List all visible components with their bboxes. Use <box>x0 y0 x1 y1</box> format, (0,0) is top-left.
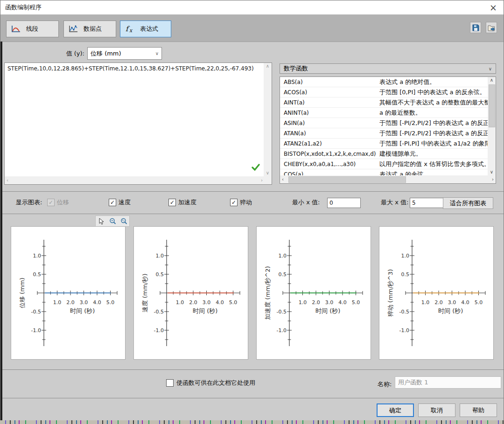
scroll-left-icon[interactable]: ‹ <box>7 177 8 184</box>
help-button[interactable]: 帮助 <box>460 403 497 417</box>
min-x-input[interactable] <box>327 198 361 208</box>
svg-text:0.5: 0.5 <box>401 271 410 278</box>
max-x-label: 最大 x 值: <box>381 198 408 207</box>
function-row[interactable]: ABS(a)表达式 a 的绝对值。 <box>280 77 488 87</box>
svg-text:猝动 (mm/秒^3): 猝动 (mm/秒^3) <box>387 269 394 317</box>
svg-text:1.0: 1.0 <box>401 253 410 259</box>
share-function-checkbox-row: ✓ 使函数可供在此文档它处使用 <box>166 379 255 387</box>
scroll-left-icon[interactable]: ‹ <box>282 176 284 183</box>
max-x-input[interactable] <box>410 198 443 208</box>
svg-text:-0.5: -0.5 <box>277 309 287 315</box>
toolbar-right-icons <box>470 22 497 33</box>
tab-label: 数据点 <box>84 25 102 33</box>
function-description: 于范围 [-PI/2,PI/2] 中的表达式 a 的反正切。 <box>379 129 488 138</box>
function-list-horizontal-scrollbar[interactable]: ‹ › <box>280 175 496 183</box>
checkbox-acceleration: ✓ 加速度 <box>168 198 196 207</box>
checkbox-icon[interactable]: ✓ <box>230 199 238 206</box>
svg-text:3.0: 3.0 <box>325 299 334 306</box>
function-description: 于范围 [0,PI] 中的表达式 a 的反余弦。 <box>379 88 488 97</box>
function-name: ATAN2(a1,a2) <box>280 140 379 147</box>
svg-text:1.0: 1.0 <box>421 299 430 306</box>
function-row[interactable]: BISTOP(x,xdot,x1,x2,k,e,cmax,d)建模缝隙单元。 <box>280 149 488 159</box>
checkbox-icon[interactable]: ✓ <box>109 199 116 206</box>
svg-text:1.0: 1.0 <box>156 253 164 259</box>
tab-label: 表达式 <box>140 25 158 33</box>
expression-input[interactable]: STEP(Time,10,0,12,28.865)+STEP(Time,12.1… <box>5 63 263 176</box>
svg-text:2.0: 2.0 <box>66 299 75 306</box>
function-description: 表达式 a 的余弦。 <box>379 170 488 176</box>
svg-text:-0.5: -0.5 <box>154 309 164 315</box>
svg-text:位移 (mm): 位移 (mm) <box>19 278 26 308</box>
svg-text:2.0: 2.0 <box>312 299 320 306</box>
function-builder-dialog: 函数编制程序 × 线段 数据点 fx 表达式 <box>0 0 504 424</box>
svg-text:5.0: 5.0 <box>229 299 238 306</box>
tab-expression[interactable]: fx 表达式 <box>120 21 171 37</box>
svg-text:时间 (秒): 时间 (秒) <box>70 307 95 314</box>
function-row[interactable]: CHEBY(x,x0,a0,a1,...,a30)以用户指定的值 x 估算切比雪… <box>280 159 488 169</box>
chart-displacement[interactable]: 1.02.03.04.05.01.00.5-0.5-1.0时间 (秒)位移 (m… <box>11 226 126 360</box>
svg-text:x: x <box>129 28 133 34</box>
scroll-down-icon[interactable]: ∨ <box>490 169 493 175</box>
svg-text:1.0: 1.0 <box>279 253 287 259</box>
scrollbar-thumb[interactable] <box>489 84 495 127</box>
tab-line-segment[interactable]: 线段 <box>6 21 59 37</box>
function-row[interactable]: ATAN2(a1,a2)于范围 [-PI,PI] 中的表达式 a1/a2 的象限… <box>280 139 488 149</box>
value-y-selected: 位移 (mm) <box>91 49 121 58</box>
chart-velocity[interactable]: 1.02.03.04.05.01.00.5-0.5-1.0时间 (秒)速度 (m… <box>133 226 248 360</box>
chevron-down-icon: ∨ <box>489 66 492 71</box>
function-name: CHEBY(x,x0,a0,a1,...,a30) <box>280 161 379 167</box>
svg-text:4.0: 4.0 <box>93 299 101 306</box>
background-window-edge <box>0 42 2 420</box>
expression-editor-panel: STEP(Time,10,0,12,28.865)+STEP(Time,12.1… <box>4 63 272 185</box>
function-row[interactable]: ACOS(a)于范围 [0,PI] 中的表达式 a 的反余弦。 <box>280 87 488 97</box>
scroll-up-icon[interactable]: ∧ <box>490 77 493 83</box>
checkbox-displacement: ✓ 位移 <box>47 198 69 207</box>
chart-svg: 1.02.03.04.05.01.00.5-0.5-1.0时间 (秒)加速度 (… <box>257 227 371 359</box>
svg-text:2.0: 2.0 <box>189 299 197 306</box>
checkbox-icon[interactable]: ✓ <box>168 199 176 206</box>
chart-acceleration[interactable]: 1.02.03.04.05.01.00.5-0.5-1.0时间 (秒)加速度 (… <box>256 226 371 360</box>
checkbox-jerk: ✓ 猝动 <box>230 198 252 207</box>
scroll-right-icon[interactable]: › <box>492 176 494 183</box>
svg-text:-0.5: -0.5 <box>31 309 41 315</box>
scrollbar-thumb[interactable] <box>288 176 406 183</box>
scroll-right-icon[interactable]: › <box>261 177 263 184</box>
function-row[interactable]: ASIN(a)于范围 [-PI/2,PI/2] 中的表达式 a 的反正弦。 <box>280 118 488 128</box>
export-icon[interactable] <box>486 22 497 33</box>
svg-text:3.0: 3.0 <box>80 299 88 306</box>
ok-button[interactable]: 确定 <box>377 403 414 417</box>
svg-text:时间 (秒): 时间 (秒) <box>315 307 340 314</box>
save-icon[interactable] <box>470 22 481 33</box>
chart-svg: 1.02.03.04.05.01.00.5-0.5-1.0时间 (秒)速度 (m… <box>134 227 248 359</box>
editor-vertical-scrollbar[interactable]: ∧ ∨ <box>264 63 272 176</box>
scroll-up-icon[interactable]: ∧ <box>266 63 269 70</box>
function-name: ASIN(a) <box>280 120 379 126</box>
function-description: 于范围 [-PI,PI] 中的表达式 a1/a2 的象限修正反正切。 <box>379 139 488 148</box>
checkbox-icon[interactable]: ✓ <box>166 379 174 387</box>
select-cursor-icon[interactable] <box>97 217 106 225</box>
scroll-down-icon[interactable]: ∨ <box>266 170 269 176</box>
function-row[interactable]: AINT(a)其幅值不大于表达式 a 的整数值的最大整数。 <box>280 97 488 108</box>
cancel-button[interactable]: 取消 <box>418 403 455 417</box>
checkbox-icon[interactable]: ✓ <box>47 199 55 206</box>
name-input[interactable] <box>395 376 501 389</box>
svg-text:5.0: 5.0 <box>352 299 360 306</box>
function-row[interactable]: ANINT(a)a 的最近整数。 <box>280 108 488 118</box>
zoom-window-icon[interactable] <box>119 217 128 225</box>
function-row[interactable]: COS(a)表达式 a 的余弦。 <box>280 169 488 175</box>
function-category-select[interactable]: 数学函数 ∨ <box>280 63 496 74</box>
value-y-select[interactable]: 位移 (mm) ∨ <box>87 47 162 60</box>
svg-text:3.0: 3.0 <box>203 299 211 306</box>
editor-horizontal-scrollbar[interactable]: ‹ › <box>5 176 265 184</box>
svg-text:速度 (mm/秒): 速度 (mm/秒) <box>141 274 148 313</box>
chart-jerk[interactable]: 1.02.03.04.05.01.00.5-0.5-1.0时间 (秒)猝动 (m… <box>379 226 494 360</box>
tab-data-points[interactable]: 数据点 <box>63 21 116 37</box>
fit-all-charts-button[interactable]: 适合所有图表 <box>443 197 493 209</box>
checkbox-label: 加速度 <box>178 198 196 207</box>
zoom-in-icon[interactable] <box>108 217 117 225</box>
function-list-vertical-scrollbar[interactable]: ∧ ∨ <box>488 77 496 175</box>
toolbar: 线段 数据点 fx 表达式 <box>0 14 504 42</box>
close-icon[interactable]: × <box>490 1 497 14</box>
function-row[interactable]: ATAN(a)于范围 [-PI/2,PI/2] 中的表达式 a 的反正切。 <box>280 128 488 139</box>
svg-text:-1.0: -1.0 <box>154 327 164 334</box>
